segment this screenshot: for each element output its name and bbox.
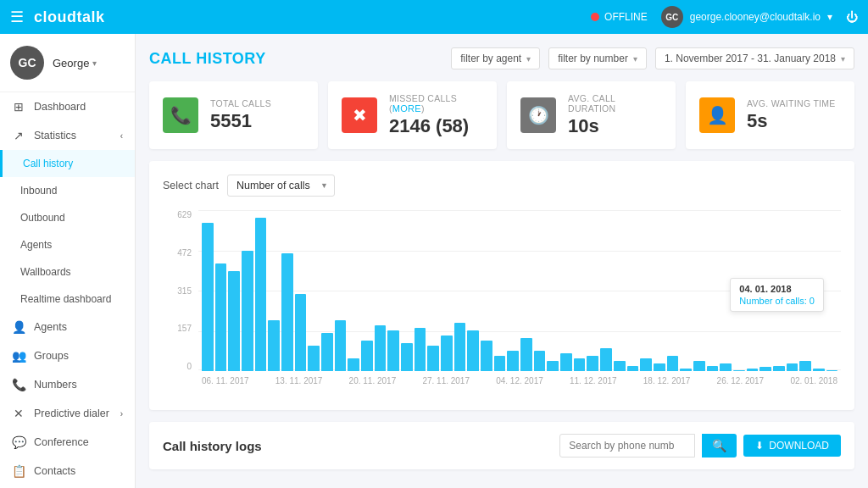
chart-bar[interactable]	[348, 358, 359, 371]
chart-bar[interactable]	[242, 251, 253, 371]
stat-info: TOTAL CALLS 5551	[210, 98, 271, 132]
sidebar-item-realtime[interactable]: Realtime dashboard	[0, 286, 135, 313]
chart-bar[interactable]	[255, 218, 267, 371]
filter-agent-label: filter by agent	[460, 53, 521, 64]
sidebar-item-agents[interactable]: 👤 Agents	[0, 313, 135, 341]
chart-bar[interactable]	[295, 294, 307, 371]
date-range-picker[interactable]: 1. November 2017 - 31. January 2018 ▾	[655, 47, 854, 69]
chart-bar[interactable]	[415, 328, 426, 371]
chart-bar[interactable]	[387, 330, 399, 371]
username-label[interactable]: George ▾	[53, 57, 97, 69]
chart-bar[interactable]	[215, 263, 227, 371]
filters-row: filter by agent ▾ filter by number ▾ 1. …	[451, 47, 854, 69]
chart-controls: Select chart Number of calls Call durati…	[163, 175, 841, 197]
chart-bar[interactable]	[547, 361, 559, 371]
chart-bar[interactable]	[654, 363, 665, 371]
chart-bar[interactable]	[321, 333, 333, 371]
missed-calls-icon: ✖	[342, 97, 377, 133]
search-button[interactable]: 🔍	[702, 434, 737, 458]
chart-bar[interactable]	[454, 323, 466, 371]
chart-bar[interactable]	[494, 356, 506, 371]
chart-bar[interactable]	[441, 336, 453, 371]
sidebar-item-conference[interactable]: 💬 Conference	[0, 428, 135, 457]
main-content: CALL HISTORY filter by agent ▾ filter by…	[136, 34, 868, 488]
chart-bar[interactable]	[308, 346, 320, 371]
y-label: 472	[177, 248, 192, 258]
sidebar-item-inbound[interactable]: Inbound	[0, 177, 135, 204]
chart-bar[interactable]	[680, 369, 692, 371]
sidebar-item-wallboards[interactable]: Wallboards	[0, 258, 135, 286]
chart-bar[interactable]	[720, 363, 732, 371]
chart-bar[interactable]	[507, 351, 519, 371]
chart-bar[interactable]	[574, 358, 586, 371]
chart-bar[interactable]	[773, 366, 785, 371]
chart-type-select-wrap[interactable]: Number of calls Call duration Missed cal…	[227, 175, 335, 197]
sidebar-item-predictive[interactable]: ✕ Predictive dialer ›	[0, 399, 135, 428]
chart-bar[interactable]	[733, 370, 745, 372]
chart-bar[interactable]	[813, 369, 825, 371]
chart-bar[interactable]	[467, 330, 479, 371]
more-link[interactable]: MORE	[392, 103, 421, 114]
chart-bar[interactable]	[361, 341, 373, 371]
stat-value: 10s	[568, 115, 662, 137]
tooltip-date: 04. 01. 2018	[739, 284, 815, 294]
chart-bar[interactable]	[787, 363, 798, 371]
sidebar-item-outbound[interactable]: Outbound	[0, 204, 135, 231]
chart-bar[interactable]	[281, 253, 293, 371]
sidebar-item-numbers[interactable]: 📞 Numbers	[0, 370, 135, 399]
stat-value: 5551	[210, 110, 271, 132]
stat-value: 2146 (58)	[389, 115, 483, 137]
topbar-right: OFFLINE GC george.clooney@cloudtalk.io ▾…	[591, 6, 858, 28]
filter-agent-select[interactable]: filter by agent ▾	[451, 47, 540, 69]
stat-card-avg-waiting: 👤 AVG. WAITING TIME 5s	[686, 81, 854, 149]
sidebar-item-groups[interactable]: 👥 Groups	[0, 341, 135, 370]
chart-bar[interactable]	[401, 343, 413, 371]
user-email: george.clooney@cloudtalk.io	[690, 11, 821, 23]
chart-bar[interactable]	[640, 358, 652, 371]
chart-bar[interactable]	[268, 320, 280, 371]
chart-bar[interactable]	[228, 271, 240, 371]
conference-icon: 💬	[12, 435, 25, 449]
sidebar-profile: GC George ▾	[0, 34, 135, 92]
search-input[interactable]	[559, 434, 695, 458]
filter-number-select[interactable]: filter by number ▾	[548, 47, 647, 69]
chart-bar[interactable]	[799, 361, 811, 371]
chart-bar[interactable]	[707, 366, 719, 371]
chart-bar[interactable]	[202, 223, 214, 371]
sidebar-item-agents-stat[interactable]: Agents	[0, 231, 135, 258]
sidebar-item-statistics[interactable]: ↗ Statistics ‹	[0, 121, 135, 150]
sidebar-item-dashboard[interactable]: ⊞ Dashboard	[0, 92, 135, 121]
chart-bar[interactable]	[600, 348, 612, 371]
phone-icon: 📞	[12, 378, 25, 391]
sidebar-item-call-history[interactable]: Call history	[0, 150, 135, 177]
chart-bar[interactable]	[614, 361, 626, 371]
chart-bar[interactable]	[520, 338, 532, 371]
sidebar-item-contacts[interactable]: 📋 Contacts	[0, 457, 135, 485]
download-button[interactable]: ⬇ DOWNLOAD	[743, 435, 841, 457]
menu-icon[interactable]: ☰	[10, 8, 24, 26]
chart-bar[interactable]	[534, 351, 546, 371]
chart-bar[interactable]	[760, 367, 771, 371]
y-label: 629	[177, 210, 192, 219]
chart-bar[interactable]	[826, 370, 838, 372]
chart-bar[interactable]	[481, 341, 492, 371]
chart-bar[interactable]	[747, 369, 759, 371]
status-label: OFFLINE	[604, 11, 648, 23]
power-icon[interactable]: ⏻	[846, 10, 858, 24]
chevron-down-icon: ▾	[841, 54, 845, 64]
sidebar-item-label: Dashboard	[34, 101, 86, 113]
chart-bar[interactable]	[560, 353, 572, 371]
chart-bar[interactable]	[667, 356, 679, 371]
chart-bar[interactable]	[627, 366, 639, 371]
chart-bar[interactable]	[587, 356, 598, 371]
chart-bar[interactable]	[335, 320, 347, 371]
stat-value: 5s	[747, 110, 836, 132]
page-title: CALL HISTORY	[149, 50, 266, 68]
stat-card-avg-duration: 🕐 AVG. CALL DURATION 10s	[507, 81, 676, 149]
chart-type-select[interactable]: Number of calls Call duration Missed cal…	[227, 175, 335, 197]
x-label: 06. 11. 2017	[202, 376, 249, 385]
chart-bar[interactable]	[375, 325, 387, 371]
user-menu[interactable]: GC george.clooney@cloudtalk.io ▾	[661, 6, 832, 28]
chart-bar[interactable]	[693, 361, 705, 371]
chart-bar[interactable]	[427, 346, 439, 371]
